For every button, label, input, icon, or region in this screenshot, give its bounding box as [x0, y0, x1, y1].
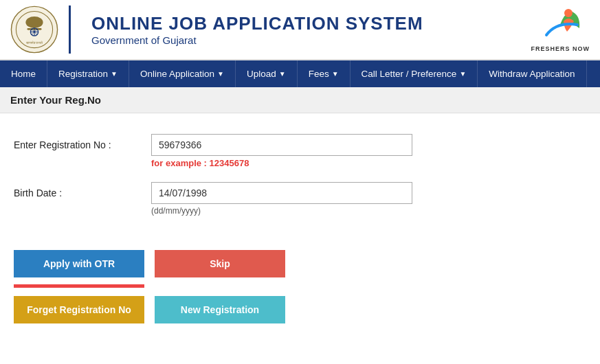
main-content: Enter Your Reg.No Enter Registration No …: [0, 87, 600, 344]
dob-row: Birth Date : (dd/mm/yyyy): [14, 182, 586, 216]
emblem-icon: सत्यमेव जयते: [10, 5, 58, 54]
nav-online-application[interactable]: Online Application ▼: [129, 60, 236, 87]
chevron-down-icon: ▼: [459, 70, 466, 78]
dob-input-group: (dd/mm/yyyy): [151, 182, 412, 216]
svg-point-2: [25, 16, 43, 28]
nav-registration[interactable]: Registration ▼: [47, 60, 129, 87]
nav-upload[interactable]: Upload ▼: [236, 60, 298, 87]
forget-reg-button[interactable]: Forget Registration No: [14, 296, 144, 323]
header: सत्यमेव जयते ONLINE JOB APPLICATION SYST…: [0, 0, 600, 60]
registration-row: Enter Registration No : for example : 12…: [14, 134, 586, 168]
app-title: ONLINE JOB APPLICATION SYSTEM: [91, 13, 423, 34]
primary-btn-row: Apply with OTR Skip: [14, 250, 586, 277]
form-area: Enter Registration No : for example : 12…: [0, 113, 600, 243]
buttons-area: Apply with OTR Skip Forget Registration …: [0, 243, 600, 344]
dob-hint: (dd/mm/yyyy): [151, 206, 412, 216]
navbar: Home Registration ▼ Online Application ▼…: [0, 60, 600, 87]
reg-input-group: for example : 12345678: [151, 134, 412, 168]
dob-input[interactable]: [151, 182, 412, 204]
section-header: Enter Your Reg.No: [0, 87, 600, 113]
new-registration-button[interactable]: New Registration: [155, 296, 285, 323]
header-left: सत्यमेव जयते ONLINE JOB APPLICATION SYST…: [10, 5, 423, 54]
svg-text:सत्यमेव जयते: सत्यमेव जयते: [25, 41, 43, 45]
chevron-down-icon: ▼: [332, 70, 339, 78]
freshers-logo-icon: [533, 8, 588, 45]
reg-label: Enter Registration No :: [14, 134, 151, 150]
skip-button[interactable]: Skip: [155, 250, 285, 277]
secondary-btn-row: Forget Registration No New Registration: [14, 296, 586, 323]
chevron-down-icon: ▼: [279, 70, 286, 78]
svg-point-11: [564, 9, 573, 17]
nav-withdraw[interactable]: Withdraw Application: [478, 60, 586, 87]
chevron-down-icon: ▼: [217, 70, 224, 78]
freshers-label: FRESHERS NOW: [531, 45, 590, 52]
nav-call-letter[interactable]: Call Letter / Preference ▼: [351, 60, 478, 87]
reg-example: for example : 12345678: [151, 158, 412, 168]
freshers-logo: FRESHERS NOW: [531, 8, 590, 52]
nav-home[interactable]: Home: [0, 60, 47, 87]
header-divider: [69, 5, 71, 54]
registration-input[interactable]: [151, 134, 412, 156]
dob-label: Birth Date :: [14, 182, 151, 198]
app-subtitle: Government of Gujarat: [91, 34, 423, 46]
chevron-down-icon: ▼: [111, 70, 118, 78]
nav-fees[interactable]: Fees ▼: [298, 60, 351, 87]
header-title: ONLINE JOB APPLICATION SYSTEM Government…: [91, 13, 423, 46]
progress-bar: [14, 284, 144, 288]
apply-otr-button[interactable]: Apply with OTR: [14, 250, 144, 277]
